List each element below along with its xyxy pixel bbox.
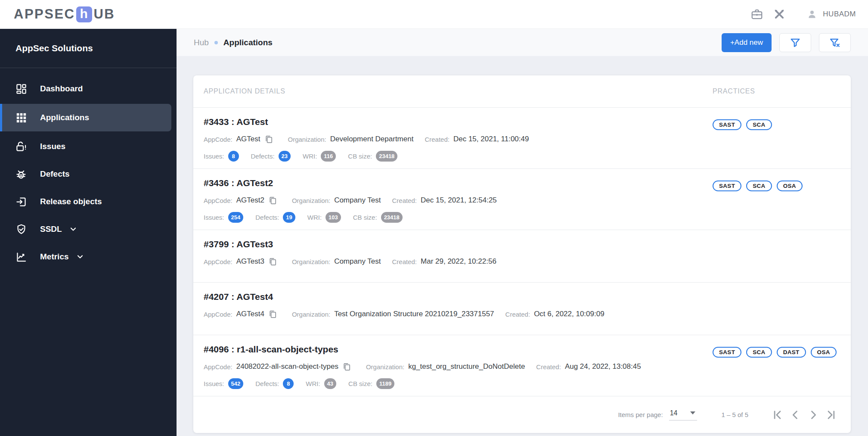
copy-icon[interactable] xyxy=(268,256,278,267)
issues-label: Issues: xyxy=(204,380,224,387)
appcode-label: AppCode: xyxy=(204,258,232,265)
appcode-value: 24082022-all-scan-object-types xyxy=(236,362,338,371)
wri-badge: 43 xyxy=(324,378,336,389)
copy-icon[interactable] xyxy=(268,195,278,206)
practice-pill-osa[interactable]: OSA xyxy=(777,181,803,191)
application-row[interactable]: #3436 : AGTest2 AppCode: AGTest2 Organiz… xyxy=(193,169,851,230)
application-title[interactable]: #3799 : AGTest3 xyxy=(204,239,702,249)
sidebar-item-label: Metrics xyxy=(40,252,69,262)
application-title[interactable]: #3433 : AGTest xyxy=(204,117,702,127)
items-per-page-value: 14 xyxy=(670,409,678,417)
sidebar-item-ssdl[interactable]: SSDL xyxy=(0,215,177,243)
pagination-bar: Items per page: 14 1 – 5 of 5 xyxy=(193,396,851,433)
sidebar-item-issues[interactable]: Issues xyxy=(0,133,177,160)
appcode-value: AGTest3 xyxy=(236,257,264,266)
appcode-label: AppCode: xyxy=(204,311,232,318)
copy-icon[interactable] xyxy=(342,361,352,372)
bug-icon xyxy=(16,168,27,180)
user-icon[interactable] xyxy=(806,8,818,21)
appcode-label: AppCode: xyxy=(204,363,232,371)
chevron-down-icon xyxy=(69,225,78,234)
appcode-value: AGTest xyxy=(236,135,260,143)
sidebar-item-dashboard[interactable]: Dashboard xyxy=(0,75,177,103)
issues-label: Issues: xyxy=(204,214,224,221)
appcode-label: AppCode: xyxy=(204,136,232,143)
practice-pill-sast[interactable]: SAST xyxy=(713,181,741,191)
sidebar-item-release-objects[interactable]: Release objects xyxy=(0,188,177,215)
practice-pill-dast[interactable]: DAST xyxy=(777,347,806,358)
chevron-down-icon xyxy=(76,252,84,261)
username-label[interactable]: HUBADM xyxy=(823,10,856,19)
practice-pill-osa[interactable]: OSA xyxy=(811,347,837,358)
defects-label: Defects: xyxy=(251,153,275,160)
sidebar-item-label: Dashboard xyxy=(40,84,83,93)
organization-label: Organization: xyxy=(292,258,330,265)
practice-pill-sast[interactable]: SAST xyxy=(713,119,741,130)
lock-alert-icon xyxy=(16,141,27,153)
first-page-button[interactable] xyxy=(768,406,786,424)
wri-label: WRI: xyxy=(306,380,320,387)
table-header: APPLICATION DETAILS PRACTICES xyxy=(193,75,851,108)
sidebar-item-defects[interactable]: Defects xyxy=(0,160,177,188)
breadcrumb-root[interactable]: Hub xyxy=(194,38,209,47)
created-value: Mar 29, 2022, 10:22:56 xyxy=(421,257,496,266)
briefcase-icon[interactable] xyxy=(750,8,763,21)
practice-pill-sast[interactable]: SAST xyxy=(713,347,741,358)
sidebar-item-label: Defects xyxy=(40,169,70,179)
created-value: Dec 15, 2021, 12:54:25 xyxy=(421,196,497,205)
practices-list xyxy=(702,237,851,282)
application-row[interactable]: #3799 : AGTest3 AppCode: AGTest3 Organiz… xyxy=(193,230,851,283)
stats-line: Issues: 254 Defects: 19 WRI: 103 CB size… xyxy=(204,212,702,223)
cb-size-badge: 23418 xyxy=(376,151,397,162)
app-logo: APPSEC h UB xyxy=(14,6,115,22)
cb-size-badge: 23418 xyxy=(381,212,403,223)
sidebar-item-metrics[interactable]: Metrics xyxy=(0,243,177,271)
defects-badge: 19 xyxy=(283,212,295,223)
issues-label: Issues: xyxy=(204,153,224,160)
filter-clear-button[interactable] xyxy=(819,33,851,52)
application-row[interactable]: #4207 : AGTest4 AppCode: AGTest4 Organiz… xyxy=(193,283,851,335)
organization-label: Organization: xyxy=(288,136,326,143)
application-row[interactable]: #4096 : r1-all-scan-object-types AppCode… xyxy=(193,335,851,396)
practice-pill-sca[interactable]: SCA xyxy=(746,181,772,191)
organization-label: Organization: xyxy=(366,363,404,371)
sidebar-title: AppSec Solutions xyxy=(0,29,177,68)
practice-pill-sca[interactable]: SCA xyxy=(746,347,772,358)
sidebar-item-applications[interactable]: Applications xyxy=(0,104,171,131)
items-per-page-select[interactable]: 14 xyxy=(669,409,698,420)
shield-check-icon xyxy=(16,224,27,235)
cb-size-label: CB size: xyxy=(353,214,377,221)
created-label: Created: xyxy=(392,197,417,204)
prev-page-button[interactable] xyxy=(786,406,804,424)
practice-pill-sca[interactable]: SCA xyxy=(746,119,772,130)
breadcrumb-current: Applications xyxy=(223,38,273,47)
copy-icon[interactable] xyxy=(268,309,278,319)
practices-list: SASTSCAOSA xyxy=(702,176,851,230)
sidebar-item-label: SSDL xyxy=(40,224,62,234)
filter-button[interactable] xyxy=(779,33,811,52)
add-new-button[interactable]: +Add new xyxy=(722,33,772,52)
issues-badge: 8 xyxy=(228,151,239,162)
application-title[interactable]: #3436 : AGTest2 xyxy=(204,178,702,188)
filter-clear-icon xyxy=(829,37,841,49)
column-header-details: APPLICATION DETAILS xyxy=(193,87,702,95)
application-row[interactable]: #3433 : AGTest AppCode: AGTest Organizat… xyxy=(193,108,851,169)
appcode-value: AGTest4 xyxy=(236,310,264,318)
created-value: Oct 6, 2022, 10:09:09 xyxy=(534,310,604,318)
organization-label: Organization: xyxy=(292,311,330,318)
next-page-button[interactable] xyxy=(804,406,822,424)
last-page-button[interactable] xyxy=(822,406,840,424)
wri-badge: 116 xyxy=(321,151,336,162)
application-title[interactable]: #4207 : AGTest4 xyxy=(204,292,702,302)
cb-size-badge: 1189 xyxy=(376,378,394,389)
chevron-down-icon xyxy=(690,411,695,414)
items-per-page-label: Items per page: xyxy=(618,411,663,418)
tools-icon[interactable] xyxy=(773,8,786,21)
sidebar: AppSec Solutions DashboardApplicationsIs… xyxy=(0,29,177,436)
copy-icon[interactable] xyxy=(264,134,274,144)
application-title[interactable]: #4096 : r1-all-scan-object-types xyxy=(204,344,702,355)
breadcrumb: Hub Applications xyxy=(194,38,273,47)
breadcrumb-separator-dot xyxy=(214,41,218,44)
apps-grid-icon xyxy=(16,112,27,124)
logo-text-right: UB xyxy=(93,6,115,22)
